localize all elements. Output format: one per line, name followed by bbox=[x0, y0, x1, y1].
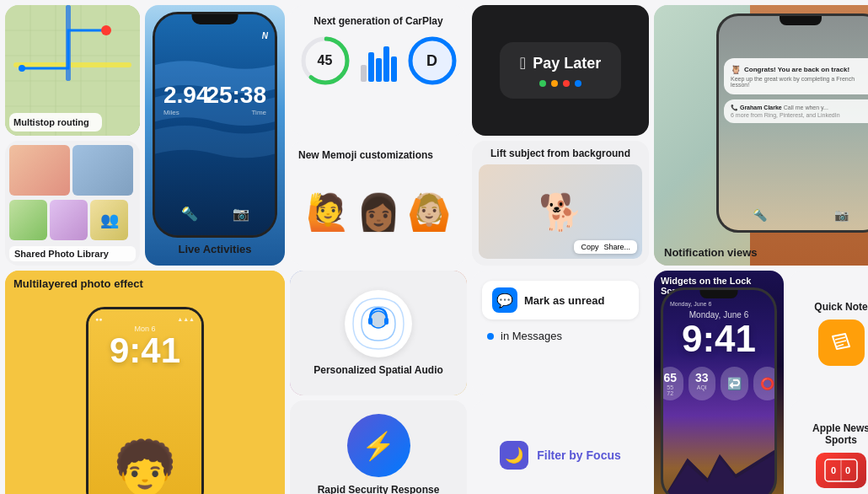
svg-point-12 bbox=[101, 25, 111, 35]
svg-point-13 bbox=[19, 65, 25, 72]
shared-photo-card: 👥 Shared Photo Library bbox=[5, 141, 140, 266]
svg-rect-21 bbox=[368, 318, 372, 325]
lift-title: Lift subject from background bbox=[490, 148, 630, 159]
quick-note-card: Quick Note bbox=[789, 271, 868, 395]
svg-text:0: 0 bbox=[831, 465, 836, 475]
notification-label: Notification views bbox=[664, 246, 758, 259]
rapid-label: Rapid Security Response bbox=[318, 484, 440, 494]
carplay-title: Next generation of CarPlay bbox=[313, 15, 442, 27]
notification-views-card: 🧗 9:41 ●●● 🦉 Congrats! You are back on t… bbox=[654, 5, 868, 266]
filter-focus-card: 🌙 Filter by Focus bbox=[472, 400, 649, 494]
svg-rect-22 bbox=[384, 318, 388, 325]
lock-screen-card: Widgets on the Lock Screen Monday, June … bbox=[654, 271, 784, 494]
svg-line-27 bbox=[837, 345, 844, 347]
messages-card: 💬 Mark as unread in Messages bbox=[472, 271, 649, 395]
mark-unread-label: Mark as unread bbox=[524, 294, 604, 307]
svg-text:Multistop routing: Multistop routing bbox=[13, 117, 89, 127]
lift-subject-card: Lift subject from background 🐕 CopyShare… bbox=[472, 141, 649, 266]
svg-text:0: 0 bbox=[845, 465, 850, 475]
live-activities-card: N 2.94 Miles 25:38 Time 🔦 📷 Live Activit… bbox=[145, 5, 285, 266]
live-duration: 25:38 bbox=[206, 82, 266, 109]
pay-later-text: Pay Later bbox=[533, 55, 601, 72]
map-card: Multistop routing bbox=[5, 5, 140, 136]
filter-focus-label: Filter by Focus bbox=[537, 448, 621, 462]
spatial-audio-card: Personalized Spatial Audio bbox=[290, 271, 467, 395]
live-distance: 2.94 bbox=[163, 82, 210, 109]
in-messages-label: in Messages bbox=[501, 330, 562, 342]
svg-line-26 bbox=[836, 341, 846, 343]
quicknote-title: Quick Note bbox=[814, 301, 867, 313]
pay-later-card:  Pay Later bbox=[472, 5, 649, 136]
spatial-label: Personalized Spatial Audio bbox=[313, 364, 443, 376]
carplay-card: Next generation of CarPlay 45 bbox=[290, 5, 467, 136]
svg-line-25 bbox=[835, 337, 845, 340]
memoji-title: New Memoji customizations bbox=[298, 149, 458, 161]
news-title: Apple News Sports bbox=[796, 422, 868, 446]
multilayer-title: Multilayered photo effect bbox=[13, 277, 143, 290]
live-activities-label: Live Activities bbox=[179, 243, 252, 255]
memoji-card: New Memoji customizations 🙋 👩🏾 🙆🏼 bbox=[290, 141, 467, 266]
shared-photo-label: Shared Photo Library bbox=[9, 246, 136, 261]
svg-rect-9 bbox=[13, 62, 131, 67]
rapid-security-card: ⚡ Rapid Security Response bbox=[290, 400, 467, 494]
multilayer-card: Multilayered photo effect 🧑‍🦱 Mon 6 9:41… bbox=[5, 271, 285, 494]
apple-news-sports-card: Apple News Sports 0 0 bbox=[789, 400, 868, 494]
